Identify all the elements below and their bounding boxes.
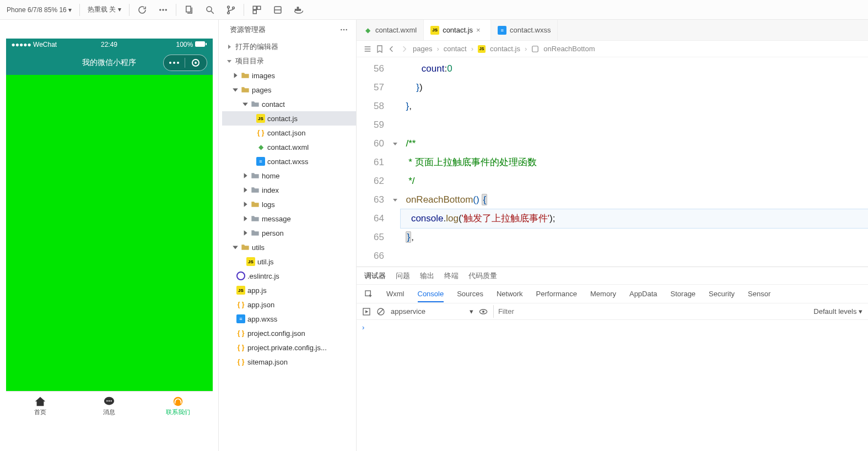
- bc-symbol[interactable]: onReachBottom: [543, 45, 595, 53]
- tab-terminal[interactable]: 终端: [444, 271, 459, 281]
- db-button[interactable]: [267, 0, 288, 19]
- device-select[interactable]: Phone 6/7/8 85% 16 ▾: [1, 0, 77, 19]
- tree-file-app-wxss[interactable]: ≡app.wxss: [222, 312, 356, 326]
- inspect-icon[interactable]: [364, 290, 373, 298]
- tree-file-contact-json[interactable]: { }contact.json: [222, 126, 356, 140]
- chevron-down-icon[interactable]: [392, 197, 398, 203]
- clear-icon[interactable]: [376, 307, 385, 316]
- tabbar-home[interactable]: 首页: [6, 392, 75, 420]
- tab-debugger[interactable]: 调试器: [364, 271, 386, 281]
- forward-icon[interactable]: [400, 45, 408, 53]
- tree-file-project-config[interactable]: { }project.config.json: [222, 326, 356, 340]
- carrier-label: ●●●●● WeChat: [12, 41, 57, 48]
- tabbar-contact[interactable]: 联系我们: [144, 392, 213, 420]
- devtab-console[interactable]: Console: [418, 290, 444, 302]
- folder-icon: [251, 186, 260, 194]
- code-content[interactable]: count:0 }) }, /** * 页面上拉触底事件的处理函数 */ onR…: [401, 57, 868, 267]
- back-icon[interactable]: [387, 45, 396, 53]
- tree-folder-message[interactable]: message: [222, 211, 356, 226]
- devtab-network[interactable]: Network: [497, 290, 523, 298]
- panel-tabs: 调试器 问题 输出 终端 代码质量: [357, 267, 868, 285]
- log-levels-select[interactable]: Default levels ▾: [813, 307, 862, 316]
- svg-rect-9: [253, 6, 256, 9]
- folder-icon: [251, 171, 260, 180]
- devtab-wxml[interactable]: Wxml: [386, 290, 405, 298]
- hot-reload-toggle[interactable]: 热重载 关 ▾: [82, 0, 127, 19]
- tree-folder-logs[interactable]: logs: [222, 197, 356, 211]
- open-editors-section[interactable]: 打开的编辑器: [219, 40, 356, 54]
- tree-file-eslintrc[interactable]: .eslintrc.js: [222, 269, 356, 283]
- tree-folder-pages[interactable]: pages: [222, 83, 356, 97]
- bookmark-icon[interactable]: [375, 45, 384, 53]
- js-icon: JS: [430, 26, 439, 35]
- tree-file-project-private[interactable]: { }project.private.config.js...: [222, 340, 356, 355]
- tree-folder-images[interactable]: images: [222, 68, 356, 83]
- chevron-down-icon[interactable]: [392, 141, 398, 146]
- capsule-close[interactable]: [185, 58, 207, 67]
- status-bar: ●●●●● WeChat 22:49 100%: [6, 39, 213, 51]
- tree-folder-home[interactable]: home: [222, 169, 356, 183]
- tree-file-app-json[interactable]: { }app.json: [222, 297, 356, 312]
- console-toolbar: appservice▾ Default levels ▾: [357, 303, 868, 320]
- more-button[interactable]: [153, 0, 174, 19]
- tree-file-util-js[interactable]: JSutil.js: [222, 254, 356, 269]
- tree-file-contact-wxss[interactable]: ≡contact.wxss: [222, 154, 356, 169]
- eye-icon[interactable]: [479, 307, 488, 316]
- console-body[interactable]: ›: [357, 320, 868, 451]
- svg-point-7: [227, 12, 229, 14]
- devtab-storage[interactable]: Storage: [671, 290, 696, 298]
- capsule-menu[interactable]: [164, 61, 185, 64]
- svg-rect-11: [253, 10, 256, 13]
- play-icon[interactable]: [362, 307, 371, 316]
- refresh-button[interactable]: [132, 0, 153, 19]
- tree-file-contact-js[interactable]: JScontact.js: [222, 111, 356, 126]
- close-icon[interactable]: ×: [476, 26, 484, 34]
- devtab-performance[interactable]: Performance: [536, 290, 577, 298]
- svg-point-31: [343, 29, 344, 30]
- tree-file-app-js[interactable]: JSapp.js: [222, 283, 356, 297]
- bc-file[interactable]: contact.js: [490, 45, 520, 53]
- devtab-security[interactable]: Security: [709, 290, 735, 298]
- devtab-memory[interactable]: Memory: [590, 290, 616, 298]
- folder-icon: [251, 214, 260, 223]
- tree-file-sitemap[interactable]: { }sitemap.json: [222, 355, 356, 369]
- branch-button[interactable]: [220, 0, 241, 19]
- svg-rect-17: [297, 7, 299, 8]
- files-button[interactable]: [179, 0, 200, 19]
- tree-folder-contact[interactable]: contact: [222, 97, 356, 111]
- tab-contact-wxml[interactable]: ◆contact.wxml: [357, 20, 424, 40]
- tree-folder-utils[interactable]: utils: [222, 240, 356, 254]
- search-icon: [205, 5, 215, 15]
- code-editor[interactable]: 565758596061626364656667 count:0 }) }, /…: [357, 57, 868, 267]
- tab-output[interactable]: 输出: [420, 271, 434, 281]
- devtab-sources[interactable]: Sources: [457, 290, 483, 298]
- tree-file-contact-wxml[interactable]: ◆contact.wxml: [222, 140, 356, 154]
- dots-icon: [169, 61, 180, 64]
- folder-open-icon: [241, 243, 250, 252]
- tree-folder-index[interactable]: index: [222, 183, 356, 197]
- bc-contact[interactable]: contact: [444, 45, 467, 53]
- devtab-sensor[interactable]: Sensor: [748, 290, 770, 298]
- tabbar-message[interactable]: 消息: [75, 392, 144, 420]
- capsule[interactable]: [163, 55, 207, 71]
- fold-column[interactable]: [390, 57, 401, 267]
- context-select[interactable]: appservice▾: [391, 307, 473, 316]
- tab-contact-wxss[interactable]: ≡contact.wxss: [491, 20, 558, 40]
- extensions-button[interactable]: [246, 0, 267, 19]
- project-section[interactable]: 项目目录: [219, 54, 356, 68]
- bc-pages[interactable]: pages: [413, 45, 432, 53]
- folder-icon: [251, 200, 260, 209]
- search-button[interactable]: [200, 0, 220, 19]
- filter-input[interactable]: [493, 305, 808, 318]
- tab-contact-js[interactable]: JScontact.js×: [424, 20, 491, 40]
- json-icon: { }: [236, 357, 245, 366]
- time-label: 22:49: [101, 41, 117, 48]
- list-icon[interactable]: [363, 45, 372, 53]
- page-body[interactable]: [6, 75, 213, 391]
- ellipsis-icon[interactable]: [339, 25, 348, 34]
- tree-folder-person[interactable]: person: [222, 226, 356, 240]
- devtab-appdata[interactable]: AppData: [629, 290, 657, 298]
- docker-button[interactable]: [288, 0, 309, 19]
- tab-problems[interactable]: 问题: [396, 271, 410, 281]
- tab-code-quality[interactable]: 代码质量: [468, 271, 497, 281]
